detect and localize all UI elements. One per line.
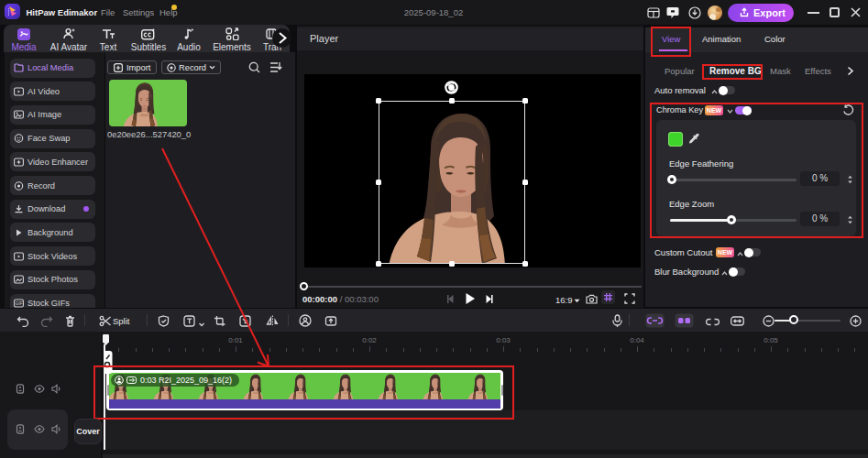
svg-text:GIF: GIF [16, 301, 23, 306]
